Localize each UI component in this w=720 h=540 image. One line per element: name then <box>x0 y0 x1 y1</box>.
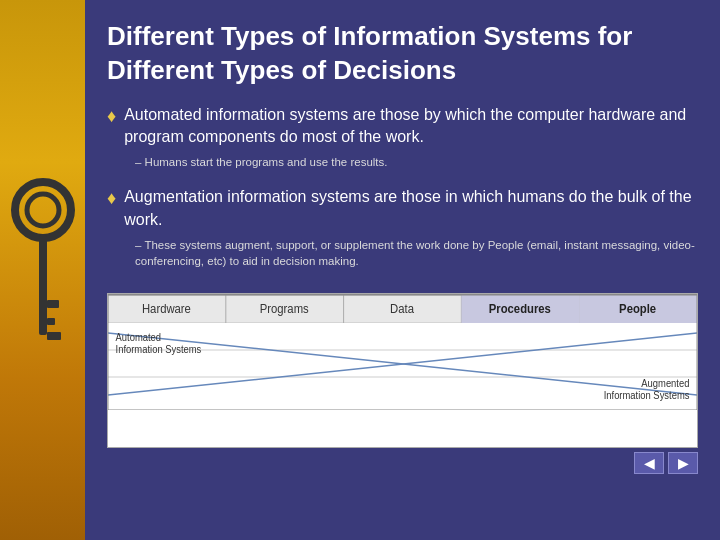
bullet-2-sub-text: – These systems augment, support, or sup… <box>135 237 698 269</box>
svg-rect-4 <box>47 318 55 325</box>
svg-text:Information Systems: Information Systems <box>604 390 690 401</box>
svg-rect-3 <box>47 300 59 308</box>
svg-rect-2 <box>39 235 47 335</box>
prev-button[interactable]: ◀ <box>634 452 664 474</box>
left-bar <box>0 0 85 540</box>
slide-title: Different Types of Information Systems f… <box>107 20 698 88</box>
svg-text:Data: Data <box>390 302 414 315</box>
bullet-2-main: ♦ Augmentation information systems are t… <box>107 186 698 231</box>
svg-point-1 <box>27 194 59 226</box>
diagram-body: Hardware Programs Data Procedures People… <box>108 295 697 410</box>
next-button[interactable]: ▶ <box>668 452 698 474</box>
bullet-diamond-1: ♦ <box>107 106 116 127</box>
bullet-1-text: Automated information systems are those … <box>124 104 698 149</box>
nav-buttons: ◀ ▶ <box>107 452 698 474</box>
bullet-section-1: ♦ Automated information systems are thos… <box>107 104 698 177</box>
svg-text:Automated: Automated <box>116 332 162 343</box>
svg-text:People: People <box>619 302 657 315</box>
bullet-1-sub: – Humans start the programs and use the … <box>135 154 698 170</box>
diagram-svg: Hardware Programs Data Procedures People… <box>108 295 697 410</box>
bullet-2-sub: – These systems augment, support, or sup… <box>135 237 698 269</box>
diagram-container: Hardware Programs Data Procedures People… <box>107 293 698 448</box>
bullet-section-2: ♦ Augmentation information systems are t… <box>107 186 698 275</box>
bullet-1-sub-text: – Humans start the programs and use the … <box>135 154 387 170</box>
svg-point-0 <box>15 182 71 238</box>
svg-text:Procedures: Procedures <box>489 302 551 315</box>
svg-rect-5 <box>47 332 61 340</box>
key-icon <box>8 170 78 370</box>
svg-text:Information Systems: Information Systems <box>116 344 202 355</box>
svg-text:Hardware: Hardware <box>142 302 191 315</box>
bullet-1-main: ♦ Automated information systems are thos… <box>107 104 698 149</box>
bullet-2-text: Augmentation information systems are tho… <box>124 186 698 231</box>
svg-text:Augmented: Augmented <box>641 378 689 389</box>
main-content: Different Types of Information Systems f… <box>85 0 720 540</box>
bullet-diamond-2: ♦ <box>107 188 116 209</box>
svg-text:Programs: Programs <box>260 302 309 315</box>
